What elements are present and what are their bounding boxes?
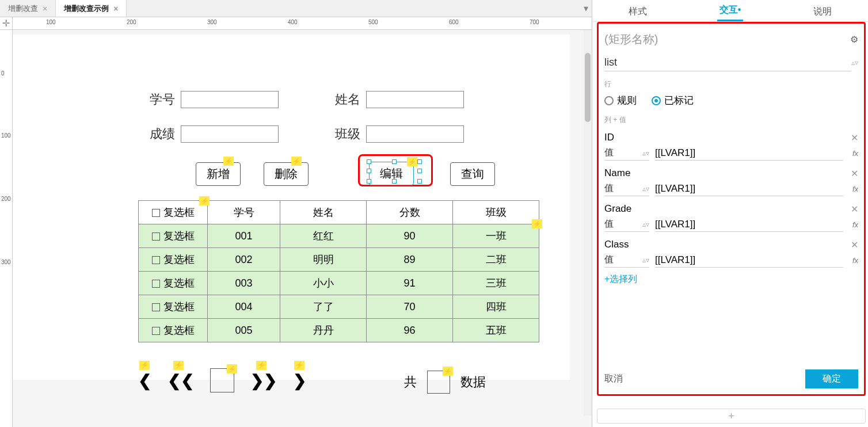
interaction-bolt-icon: ⚡ [294,361,304,370]
section-row-label: 行 [604,79,858,89]
interaction-bolt-icon: ⚡ [199,196,210,205]
value-type-select[interactable]: 值▵▿ [604,181,649,196]
chevron-updown-icon[interactable]: ▵▿ [851,59,858,67]
remove-column-icon[interactable]: ✕ [851,204,858,215]
label-class: 班级 [335,125,360,143]
interaction-editor-highlight: (矩形名称) ⚙ ▵▿ 行 规则 已标记 列 + 值 ID✕值▵▿fxName✕… [597,22,866,396]
value-input[interactable] [655,218,843,232]
vertical-scrollbar[interactable] [584,30,592,415]
column-name: Class [604,239,629,250]
fx-icon[interactable]: fx [852,185,858,193]
interaction-bolt-icon: ⚡ [291,157,302,166]
next-page-icon[interactable]: ❯❯⚡ [250,371,277,390]
total-left-label: 共 [404,373,417,391]
tab-label: 增删改查 [8,3,38,14]
tab-crud[interactable]: 增删改查 × [0,0,56,17]
radio-rule[interactable]: 规则 [604,94,637,107]
checkbox-icon[interactable] [152,303,160,311]
checkbox-icon[interactable] [152,232,160,241]
remove-column-icon[interactable]: ✕ [851,132,858,143]
checkbox-icon[interactable] [152,280,160,288]
target-repeater-field[interactable] [604,54,851,71]
total-right-label: 数据 [460,373,486,391]
tab-style[interactable]: 样式 [626,2,649,21]
column-name: Name [604,167,630,179]
properties-panel: 样式 交互• 说明 (矩形名称) ⚙ ▵▿ 行 规则 已标记 列 + 值 ID✕… [592,0,868,427]
tab-interactions[interactable]: 交互• [717,1,744,21]
value-type-select[interactable]: 值▵▿ [604,146,649,161]
input-grade[interactable] [181,125,279,143]
table-row[interactable]: 复选框002明明89二班 [139,248,539,272]
fx-icon[interactable]: fx [852,256,858,265]
label-student-id: 学号 [150,91,175,108]
close-icon[interactable]: × [113,4,118,13]
fx-icon[interactable]: fx [852,149,858,158]
ruler-vertical[interactable]: 0 100 200 300 [0,30,13,427]
value-input[interactable] [655,253,843,268]
total-count-box[interactable]: ⚡ [427,371,450,394]
interaction-bolt-icon: ⚡ [227,364,237,373]
table-header-row: 复选框⚡ 学号 姓名 分数 班级⚡ [139,201,539,224]
selection-highlight: 编辑 ⚡ [358,154,433,186]
ruler-horizontal[interactable]: 100 200 300 400 500 600 700 [13,17,592,30]
value-input[interactable] [655,182,843,196]
interaction-bolt-icon: ⚡ [139,361,150,370]
interaction-bolt-icon: ⚡ [443,367,453,376]
input-class[interactable] [366,125,464,143]
page-surface[interactable]: 学号 姓名 成绩 班级 新增 ⚡ 删除 ⚡ [13,35,570,380]
settings-sliders-icon[interactable]: ⚙ [850,34,858,45]
tab-notes[interactable]: 说明 [811,2,834,21]
table-row[interactable]: 复选框001红红90一班 [139,224,539,248]
column-name: ID [604,132,614,143]
value-input[interactable] [655,146,843,161]
input-student-id[interactable] [181,91,279,108]
page-tabbar: 增删改查 × 增删改查示例 × ▾ [0,0,592,17]
checkbox-icon[interactable] [152,209,160,217]
checkbox-icon[interactable] [152,327,160,335]
input-name[interactable] [366,91,464,108]
shape-name-placeholder[interactable]: (矩形名称) [604,32,658,47]
table-row[interactable]: 复选框005丹丹96五班 [139,319,539,342]
interaction-bolt-icon: ⚡ [532,219,542,228]
value-type-select[interactable]: 值▵▿ [604,217,649,232]
checkbox-icon[interactable] [152,256,160,264]
interaction-bolt-icon: ⚡ [223,157,234,166]
radio-marked[interactable]: 已标记 [652,94,694,107]
ruler-origin-icon[interactable]: ✛ [0,17,13,30]
interaction-bolt-icon: ⚡ [256,361,267,370]
table-row[interactable]: 复选框003小小91三班 [139,272,539,295]
table-row[interactable]: 复选框004了了70四班 [139,295,539,319]
prev-page-icon[interactable]: ❮❮⚡ [167,371,194,390]
tab-overflow-icon[interactable]: ▾ [584,3,588,14]
editor-main: 增删改查 × 增删改查示例 × ▾ ✛ 100 200 300 400 500 … [0,0,592,427]
delete-button[interactable]: 删除 [264,162,309,186]
close-icon[interactable]: × [43,4,47,13]
add-interaction-bar[interactable]: + [597,409,866,424]
panel-tabs: 样式 交互• 说明 [592,0,868,22]
label-name: 姓名 [335,91,360,108]
scroll-thumb[interactable] [585,53,591,122]
label-grade: 成绩 [150,125,175,143]
value-type-select[interactable]: 值▵▿ [604,253,649,268]
canvas[interactable]: 学号 姓名 成绩 班级 新增 ⚡ 删除 ⚡ [13,30,592,427]
section-columns-label: 列 + 值 [604,115,858,125]
tab-label: 增删改查示例 [64,3,109,14]
interaction-bolt-icon: ⚡ [173,361,184,370]
cancel-button[interactable]: 取消 [604,373,623,385]
total-count-area: 共 ⚡ 数据 [404,371,486,394]
tab-crud-example[interactable]: 增删改查示例 × [56,0,127,17]
data-table[interactable]: 复选框⚡ 学号 姓名 分数 班级⚡ 复选框001红红90一班复选框002明明89… [138,200,539,342]
pager: ❮⚡ ❮❮⚡ ⚡ ❯❯⚡ ❯⚡ [138,368,306,392]
last-page-icon[interactable]: ❯⚡ [293,371,306,390]
interaction-bolt-icon: ⚡ [407,157,417,166]
remove-column-icon[interactable]: ✕ [851,239,858,250]
remove-column-icon[interactable]: ✕ [851,168,858,179]
page-number-box[interactable]: ⚡ [210,368,234,392]
ok-button[interactable]: 确定 [805,369,858,388]
add-column-link[interactable]: +选择列 [604,273,858,285]
first-page-icon[interactable]: ❮⚡ [138,371,151,390]
fx-icon[interactable]: fx [852,220,858,229]
column-name: Grade [604,203,631,215]
query-button[interactable]: 查询 [450,162,495,186]
add-button[interactable]: 新增 [196,162,241,186]
